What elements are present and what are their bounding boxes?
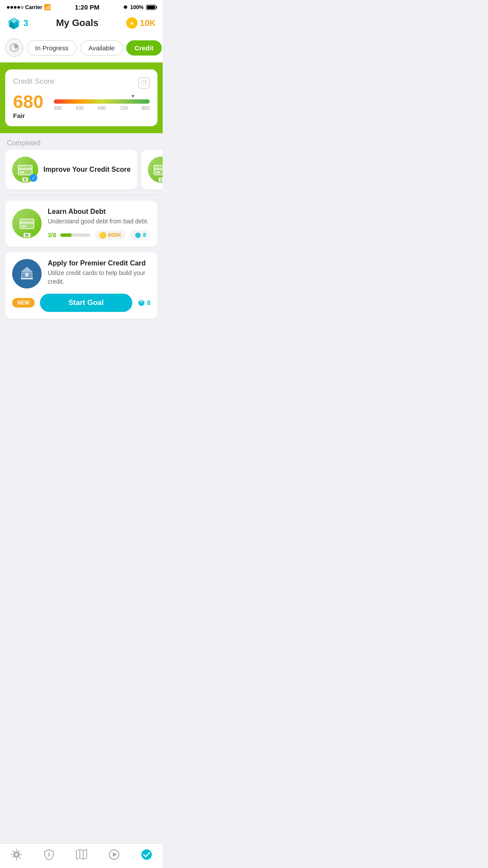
header-coins: ★ 10K	[126, 17, 156, 29]
gem-icon	[7, 16, 21, 30]
scroll-content: Credit Score ❐ 680 Fair ▼ 300	[0, 62, 163, 359]
gauge-label-300: 300	[54, 105, 62, 111]
completed-card-partial[interactable]: I ✓	[141, 150, 163, 190]
battery-percent: 100%	[130, 4, 144, 10]
svg-rect-13	[22, 226, 26, 227]
svg-rect-6	[18, 168, 32, 170]
learn-debt-coin-reward: 🟡 600K	[95, 230, 126, 240]
gauge-label-850: 850	[142, 105, 150, 111]
credit-card-icon-2	[152, 161, 163, 178]
svg-text:$: $	[26, 274, 28, 277]
learn-debt-progress-fill	[60, 233, 71, 237]
gauge-label-720: 720	[120, 105, 128, 111]
credit-score-rating: Fair	[13, 112, 43, 119]
learn-debt-gem-reward: 8	[130, 230, 151, 240]
coin-icon-small: 🟡	[99, 232, 106, 239]
status-left: Carrier 📶	[7, 4, 51, 10]
filter-available[interactable]: Available	[80, 40, 123, 56]
wifi-icon: 📶	[44, 4, 51, 10]
gem-count: 3	[23, 18, 28, 28]
completed-goal-icon-2: I	[148, 157, 163, 183]
svg-rect-7	[20, 172, 24, 173]
header: 3 My Goals ★ 10K	[0, 13, 163, 35]
time-label: 1:20 PM	[75, 3, 99, 11]
coin-icon: ★	[126, 17, 138, 29]
svg-rect-12	[20, 222, 34, 224]
learn-debt-progress: 3/8	[48, 232, 56, 239]
completed-card-1[interactable]: II ✓ Improve Your Credit Score	[5, 150, 138, 190]
coin-count: 10K	[140, 18, 156, 28]
gauge-bar	[54, 99, 150, 104]
gem-icon-small	[134, 232, 141, 239]
svg-rect-9	[154, 168, 163, 170]
battery-icon	[146, 5, 156, 10]
premier-credit-card[interactable]: $ Apply for Premier Credit Card Utilize …	[5, 252, 157, 319]
credit-score-row: 680 Fair ▼ 300 630 690 720	[13, 93, 150, 119]
learn-debt-coin-count: 600K	[108, 232, 121, 238]
bluetooth-icon: ✸	[123, 4, 128, 10]
completed-section-label: Completed	[0, 133, 163, 150]
svg-rect-10	[156, 172, 160, 173]
carrier-label: Carrier	[25, 4, 42, 10]
completed-goal-title-1: Improve Your Credit Score	[43, 165, 131, 174]
learn-debt-content: Learn About Debt Understand good debt fr…	[48, 207, 151, 240]
dot1	[7, 6, 10, 9]
filter-credit[interactable]: Credit	[126, 40, 161, 56]
gem-icon-reward	[138, 299, 145, 307]
header-gem: 3	[7, 16, 28, 30]
learn-debt-icon-wrapper: III	[12, 209, 42, 238]
learn-debt-gem-count: 8	[143, 232, 146, 238]
start-goal-button[interactable]: Start Goal	[40, 294, 132, 312]
gauge-labels: 300 630 690 720 850	[54, 105, 150, 111]
bank-icon: $	[18, 265, 36, 282]
score-gauge-area: ▼ 300 630 690 720 850	[48, 93, 150, 111]
learn-debt-progress-bar	[60, 233, 90, 237]
goal-badge-1: II	[22, 177, 28, 182]
credit-banner: Credit Score ❐ 680 Fair ▼ 300	[0, 62, 163, 133]
learn-debt-icon: III	[12, 209, 42, 238]
learn-debt-title: Learn About Debt	[48, 207, 151, 216]
credit-score-value: 680	[13, 93, 43, 111]
premier-gem-count: 8	[147, 299, 151, 306]
premier-credit-content: Apply for Premier Credit Card Utilize cr…	[48, 259, 151, 286]
dot2	[10, 6, 13, 9]
credit-score-card: Credit Score ❐ 680 Fair ▼ 300	[5, 69, 157, 126]
credit-card-icon-3	[18, 215, 36, 232]
filter-bar: In Progress Available Credit Crypto	[0, 35, 163, 62]
credit-score-label: Credit Score	[13, 77, 54, 86]
dot4	[17, 6, 20, 9]
page-title: My Goals	[56, 17, 98, 29]
premier-credit-desc: Utilize credit cards to help build your …	[48, 269, 151, 286]
premier-credit-icon: $	[12, 259, 42, 288]
filter-in-progress[interactable]: In Progress	[27, 40, 77, 56]
credit-score-header: Credit Score ❐	[13, 77, 150, 88]
status-right: ✸ 100%	[123, 4, 156, 10]
filter-icon-button[interactable]	[5, 39, 23, 57]
checkmark-badge-1: ✓	[29, 174, 37, 182]
premier-credit-top: $ Apply for Premier Credit Card Utilize …	[12, 259, 151, 288]
battery-fill	[147, 6, 155, 9]
completed-row: II ✓ Improve Your Credit Score I ✓	[0, 150, 163, 195]
gauge-pointer: ▼	[54, 94, 150, 98]
svg-marker-18	[21, 267, 33, 272]
gauge-label-630: 630	[76, 105, 84, 111]
score-left: 680 Fair	[13, 93, 43, 119]
dot5	[21, 6, 23, 9]
learn-debt-card[interactable]: III Learn About Debt Understand good deb…	[5, 200, 157, 247]
signal-dots	[7, 6, 23, 9]
new-badge: NEW	[12, 298, 35, 308]
premier-gem-reward: 8	[138, 299, 151, 307]
status-bar: Carrier 📶 1:20 PM ✸ 100%	[0, 0, 163, 13]
learn-debt-badge: III	[23, 233, 30, 237]
dot3	[14, 6, 16, 9]
goal-badge-2: I	[159, 177, 163, 182]
gauge-wrapper: ▼ 300 630 690 720 850	[54, 94, 150, 111]
premier-credit-title: Apply for Premier Credit Card	[48, 259, 151, 267]
pie-chart-icon	[10, 43, 19, 52]
completed-icon-wrapper-1: II ✓	[12, 157, 38, 183]
gauge-label-690: 690	[98, 105, 105, 111]
premier-credit-actions: NEW Start Goal 8	[12, 294, 151, 312]
svg-rect-19	[21, 278, 33, 279]
svg-marker-14	[135, 232, 141, 238]
edit-icon[interactable]: ❐	[138, 77, 150, 88]
